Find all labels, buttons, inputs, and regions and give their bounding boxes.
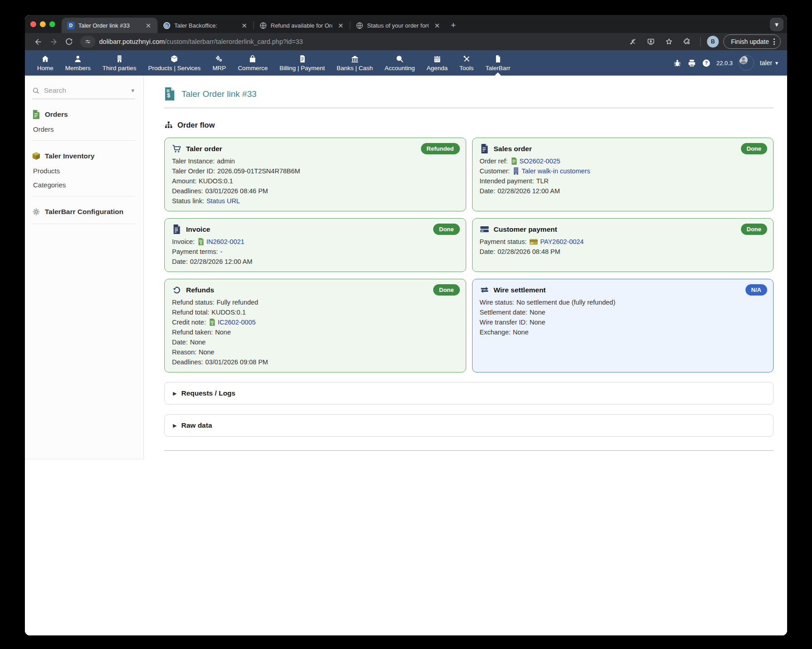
- tab-order-status[interactable]: Status of your order forOrder ✕: [350, 18, 446, 33]
- search-caret-icon[interactable]: ▼: [130, 88, 135, 93]
- bug-icon[interactable]: [673, 59, 682, 67]
- reload-button[interactable]: [62, 35, 76, 48]
- field-row: Wire status:No settlement due (fully ref…: [480, 299, 766, 306]
- bookmark-star-icon[interactable]: [662, 35, 676, 48]
- menu-item-billing-payment[interactable]: Billing | Payment: [273, 50, 330, 76]
- user-menu[interactable]: taler▼: [760, 59, 779, 67]
- minimize-window-button[interactable]: [40, 21, 46, 27]
- tab-taler-order-link[interactable]: D Taler Order link #33 ✕: [62, 18, 158, 33]
- svg-text:$: $: [200, 242, 202, 245]
- sidebar-section-talerbarr-config: TalerBarr Configuration: [32, 207, 135, 224]
- card-title: Refunds: [186, 286, 214, 294]
- app-version: 22.0.3: [716, 60, 733, 67]
- browser-window: D Taler Order link #33 ✕ Taler Backoffic…: [25, 15, 787, 635]
- green-doc-icon: [32, 110, 40, 119]
- bill-icon: [298, 55, 306, 63]
- requests-logs-toggle[interactable]: ▶ Requests / Logs: [164, 382, 774, 405]
- install-app-icon[interactable]: [644, 35, 658, 48]
- tab-search-chevron-icon[interactable]: ▼: [770, 18, 783, 31]
- customer-link[interactable]: Taler walk-in customers: [521, 167, 590, 175]
- menu-item-commerce[interactable]: Commerce: [232, 50, 273, 76]
- field-row: Deadlines:03/01/2026 08:46 PM: [172, 187, 459, 195]
- browser-profile-avatar[interactable]: B: [707, 36, 719, 48]
- tab-strip: D Taler Order link #33 ✕ Taler Backoffic…: [25, 15, 787, 33]
- search-input[interactable]: [44, 86, 112, 95]
- search-icon: [32, 87, 40, 95]
- taler-spiral-favicon: [163, 22, 171, 29]
- tab-title: Taler Order link #33: [78, 22, 140, 29]
- green-doc-icon: [511, 157, 517, 165]
- menu-item-accounting[interactable]: Accounting: [379, 50, 421, 76]
- credit-card-icon: [480, 224, 489, 234]
- close-icon[interactable]: ✕: [336, 21, 345, 30]
- svg-text:$: $: [167, 92, 170, 99]
- menu-item-talerbarr[interactable]: TalerBarr: [480, 50, 516, 76]
- close-icon[interactable]: ✕: [239, 21, 249, 30]
- menu-item-agenda[interactable]: Agenda: [421, 50, 454, 76]
- sidebar-item-orders[interactable]: Orders: [33, 125, 135, 133]
- menu-item-tools[interactable]: Tools: [454, 50, 480, 76]
- status-url-link[interactable]: Status URL: [206, 197, 240, 205]
- field-row: Deadlines:03/01/2026 09:08 PM: [172, 358, 459, 366]
- menu-item-third-parties[interactable]: Third parties: [96, 50, 142, 76]
- green-invoice-icon: $: [198, 238, 204, 245]
- screen-background: D Taler Order link #33 ✕ Taler Backoffic…: [0, 0, 812, 649]
- card-customer-payment: Customer payment Done Payment status:PAY…: [472, 218, 774, 272]
- new-tab-button[interactable]: +: [451, 20, 456, 30]
- address-bar[interactable]: dolibarr.potuzhnyi.com/custom/talerbarr/…: [99, 38, 303, 45]
- field-row: Intended payment:TLR: [480, 177, 766, 185]
- back-button[interactable]: [31, 35, 45, 48]
- page-title: Taler Order link #33: [182, 89, 257, 99]
- undo-icon: [172, 285, 182, 295]
- sidebar: ▼ Orders Orders Taler Inventory Products…: [25, 76, 144, 459]
- expand-arrow-icon: ▶: [173, 423, 177, 429]
- menu-item-banks-cash[interactable]: Banks | Cash: [331, 50, 379, 76]
- field-row: Reason:None: [172, 348, 459, 356]
- credit-note-link[interactable]: IC2602-0005: [218, 319, 256, 326]
- page-content: ▼ Orders Orders Taler Inventory Products…: [25, 76, 787, 635]
- gear-icon: [32, 207, 40, 216]
- finish-update-button[interactable]: Finish update: [723, 34, 781, 49]
- invoice-link[interactable]: IN2602-0021: [206, 238, 244, 245]
- menu-item-home[interactable]: Home: [31, 50, 59, 76]
- forward-button[interactable]: [47, 35, 60, 48]
- status-badge: Done: [741, 143, 768, 154]
- page-icon: [494, 55, 502, 63]
- field-row: Order ref:SO2602-0025: [480, 157, 766, 165]
- tab-taler-backoffice[interactable]: Taler Backoffice: ✕: [158, 18, 253, 33]
- sales-order-link[interactable]: SO2602-0025: [520, 157, 560, 165]
- globe-favicon: [356, 22, 363, 29]
- printer-icon[interactable]: [688, 59, 696, 67]
- extensions-puzzle-icon[interactable]: [680, 35, 694, 48]
- translate-off-icon[interactable]: [626, 35, 640, 48]
- divider: [32, 140, 135, 141]
- close-window-button[interactable]: [30, 21, 36, 27]
- raw-data-toggle[interactable]: ▶ Raw data: [164, 414, 774, 437]
- menu-item-products-services[interactable]: Products | Services: [142, 50, 206, 76]
- help-icon[interactable]: ?: [702, 59, 711, 67]
- gears-icon: [215, 55, 223, 63]
- payment-link[interactable]: PAY2602-0024: [540, 238, 583, 245]
- site-info-button[interactable]: [80, 36, 96, 48]
- sidebar-item-categories[interactable]: Categories: [33, 181, 135, 189]
- field-row: Taler Instance:admin: [172, 157, 459, 165]
- field-row: Payment status:PAY2602-0024: [480, 238, 766, 245]
- order-flow-cards: Taler order Refunded Taler Instance:admi…: [164, 138, 774, 372]
- url-path: /custom/talerbarr/talerorderlink_card.ph…: [165, 38, 303, 45]
- cube-icon: [170, 55, 178, 63]
- menu-item-members[interactable]: Members: [59, 50, 96, 76]
- sitemap-icon: [164, 121, 173, 129]
- sidebar-item-products[interactable]: Products: [33, 167, 135, 175]
- tab-refund-available[interactable]: Refund available for Order to ✕: [254, 18, 350, 33]
- maximize-window-button[interactable]: [49, 21, 55, 27]
- close-icon[interactable]: ✕: [432, 21, 442, 30]
- browser-menu-icon[interactable]: [774, 38, 775, 45]
- tab-title: Taler Backoffice:: [174, 22, 236, 29]
- menu-item-mrp[interactable]: MRP: [206, 50, 232, 76]
- sidebar-section-title[interactable]: TalerBarr Configuration: [45, 208, 124, 216]
- close-icon[interactable]: ✕: [143, 21, 153, 30]
- app-menubar: Home Members Third parties Products | Se…: [25, 50, 787, 76]
- window-controls: [30, 15, 55, 33]
- user-avatar[interactable]: [739, 55, 754, 71]
- field-row: Payment terms:-: [172, 248, 459, 255]
